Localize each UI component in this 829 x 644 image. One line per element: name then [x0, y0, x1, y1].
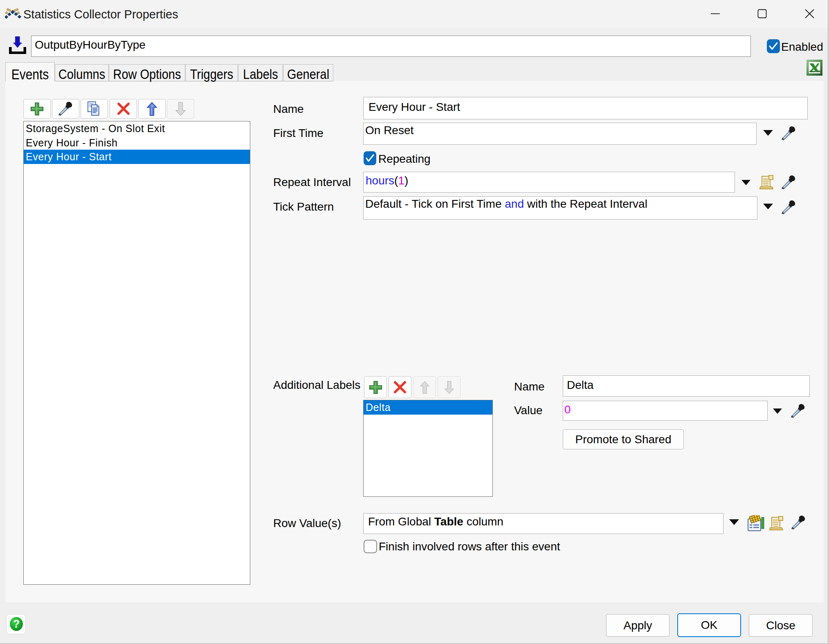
- svg-text:?: ?: [13, 618, 20, 630]
